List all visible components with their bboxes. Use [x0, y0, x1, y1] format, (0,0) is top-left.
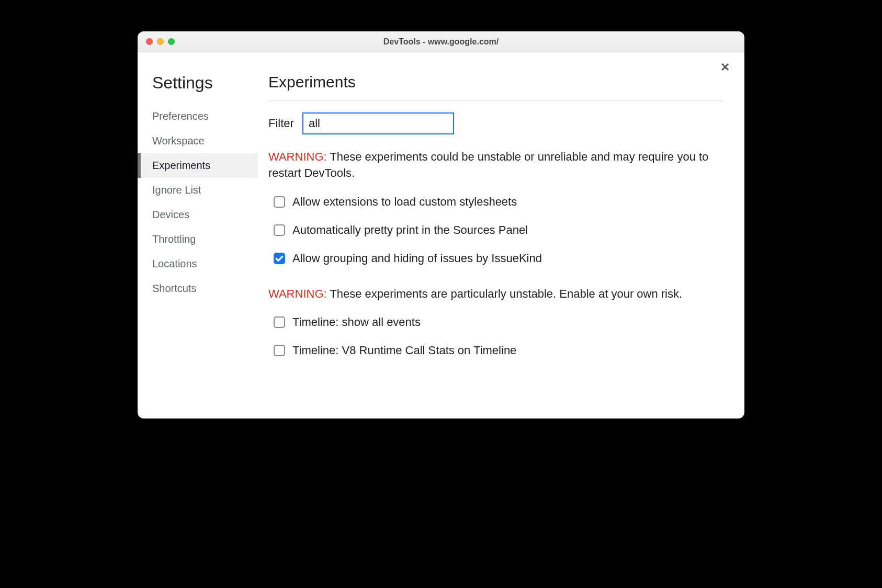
experiment-checkbox[interactable] [274, 345, 285, 356]
experiment-label: Automatically pretty print in the Source… [292, 223, 528, 237]
sidebar-item-label: Ignore List [152, 184, 201, 196]
minimize-window-button[interactable] [157, 38, 164, 45]
sidebar-item-label: Locations [152, 258, 197, 269]
sidebar-item-devices[interactable]: Devices [138, 202, 258, 227]
experiment-label: Allow extensions to load custom styleshe… [292, 195, 517, 209]
experiment-checkbox[interactable] [274, 224, 285, 236]
sidebar-item-experiments[interactable]: Experiments [138, 153, 258, 178]
experiment-checkbox[interactable] [274, 253, 285, 264]
sidebar-item-label: Preferences [152, 110, 209, 122]
warning-label: WARNING: [268, 287, 327, 300]
filter-input[interactable] [302, 112, 454, 134]
sidebar-title: Settings [138, 73, 258, 104]
sidebar-item-locations[interactable]: Locations [138, 252, 258, 276]
sidebar-item-workspace[interactable]: Workspace [138, 129, 258, 153]
experiment-label: Allow grouping and hiding of issues by I… [292, 252, 542, 265]
sidebar-item-label: Throttling [152, 233, 196, 245]
experiment-row: Allow grouping and hiding of issues by I… [274, 252, 723, 265]
filter-label: Filter [268, 117, 294, 130]
warning-text: These experiments could be unstable or u… [268, 150, 708, 179]
sidebar-item-ignore-list[interactable]: Ignore List [138, 178, 258, 202]
warning-label: WARNING: [268, 150, 327, 163]
body-area: ✕ Settings Preferences Workspace Experim… [138, 52, 744, 419]
sidebar-item-label: Workspace [152, 135, 205, 146]
sidebar-item-label: Shortcuts [152, 282, 196, 294]
experiment-label: Timeline: show all events [292, 315, 421, 329]
experiment-row: Automatically pretty print in the Source… [274, 223, 723, 237]
main-content: Experiments Filter WARNING: These experi… [258, 52, 744, 419]
sidebar-item-label: Devices [152, 209, 189, 220]
sidebar-item-label: Experiments [152, 160, 210, 171]
warning-block-2: WARNING: These experiments are particula… [268, 286, 723, 302]
window-title: DevTools - www.google.com/ [138, 37, 744, 47]
experiment-checkbox[interactable] [274, 196, 285, 208]
page-title: Experiments [268, 73, 723, 101]
close-window-button[interactable] [146, 38, 153, 45]
experiment-row: Timeline: show all events [274, 315, 723, 329]
sidebar-item-shortcuts[interactable]: Shortcuts [138, 276, 258, 301]
devtools-window: DevTools - www.google.com/ ✕ Settings Pr… [138, 31, 744, 419]
maximize-window-button[interactable] [168, 38, 175, 45]
traffic-lights [138, 38, 175, 45]
close-icon[interactable]: ✕ [720, 62, 730, 73]
sidebar: Settings Preferences Workspace Experimen… [138, 52, 258, 419]
sidebar-item-throttling[interactable]: Throttling [138, 227, 258, 252]
titlebar: DevTools - www.google.com/ [138, 31, 744, 52]
filter-row: Filter [268, 112, 723, 134]
experiment-checkbox[interactable] [274, 316, 285, 328]
experiment-row: Allow extensions to load custom styleshe… [274, 195, 723, 209]
warning-text: These experiments are particularly unsta… [327, 287, 683, 300]
warning-block-1: WARNING: These experiments could be unst… [268, 149, 723, 182]
experiment-label: Timeline: V8 Runtime Call Stats on Timel… [292, 344, 516, 357]
experiment-row: Timeline: V8 Runtime Call Stats on Timel… [274, 344, 723, 357]
sidebar-item-preferences[interactable]: Preferences [138, 104, 258, 129]
